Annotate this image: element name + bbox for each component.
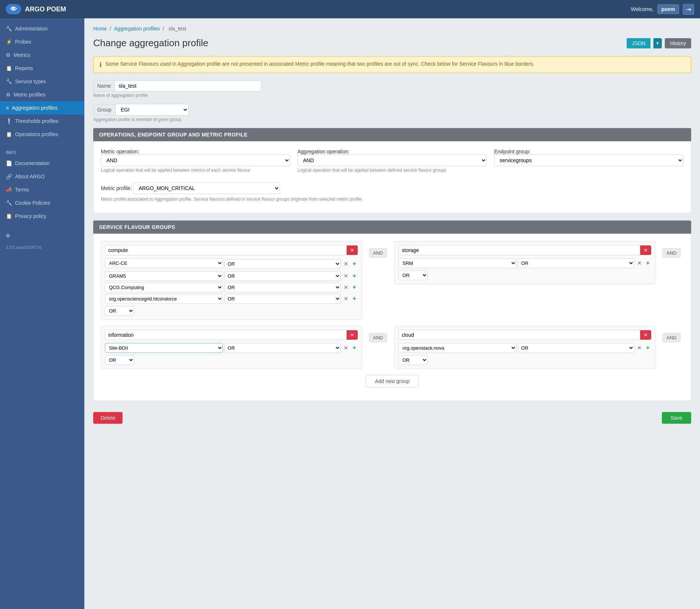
sidebar-item-documentation[interactable]: 📄 Documentation — [0, 157, 84, 170]
metric-profile-row: Metric profile: ARGO_MON_CRITICAL Metric… — [101, 180, 683, 203]
sidebar-item-administration[interactable]: 🔧 Administration — [0, 22, 84, 35]
sfg-storage-bottom-op[interactable]: ORAND — [398, 270, 428, 280]
metric-op-label: Metric operation: — [101, 149, 139, 154]
sfg-compute-service-4[interactable]: org.opensciencegrid.htcondorce — [105, 294, 223, 304]
sidebar-item-metrics[interactable]: ⚙ Metrics — [0, 48, 84, 62]
sfg-cloud-op-1[interactable]: ORAND — [518, 343, 635, 353]
add-group-button[interactable]: Add new group — [366, 375, 419, 387]
sfg-compute-add-4[interactable]: + — [351, 295, 357, 303]
username-button[interactable]: poem — [657, 4, 679, 14]
layout: 🔧 Administration ⚡ Probes ⚙ Metrics 📋 Re… — [0, 18, 700, 609]
sfg-compute-op-2[interactable]: ORAND — [225, 271, 341, 281]
logout-button[interactable]: ⇥ — [683, 4, 694, 15]
aggregation-op-col: Aggregation operation: AND OR Logical op… — [298, 149, 487, 173]
history-button[interactable]: History — [665, 38, 691, 48]
sfg-compute-remove-1[interactable]: ✕ — [342, 260, 350, 267]
sidebar-item-privacy-policy[interactable]: 📋 Privacy policy — [0, 209, 84, 223]
sfg-group-storage: ✕ SRM ORAND ✕ + ORAND — [394, 241, 655, 284]
sfg-compute-service-1[interactable]: ARC-CE — [105, 258, 223, 268]
logo-icon: 👁 — [6, 4, 21, 14]
sidebar-item-aggregation-profiles[interactable]: ≡ Aggregation profiles — [0, 101, 84, 114]
and-badge-3: AND — [369, 333, 387, 342]
save-button[interactable]: Save — [662, 412, 691, 424]
sfg-information-op-1[interactable]: ORAND — [225, 343, 341, 353]
sfg-compute-name-input[interactable] — [105, 245, 347, 255]
sfg-compute-add-2[interactable]: + — [351, 272, 357, 280]
sfg-information-add-1[interactable]: + — [351, 344, 357, 352]
sfg-cloud-remove-1[interactable]: ✕ — [636, 344, 643, 351]
aggregation-op-select[interactable]: AND OR — [298, 154, 487, 166]
sfg-cloud-bottom-op[interactable]: ORAND — [398, 355, 428, 365]
sidebar-item-about-argo[interactable]: 🔗 About ARGO — [0, 170, 84, 183]
metric-profile-select[interactable]: ARGO_MON_CRITICAL — [133, 182, 280, 194]
sfg-compute-add-1[interactable]: + — [351, 260, 357, 268]
sfg-compute-service-3[interactable]: QCG.Computing — [105, 282, 223, 292]
aggregation-profiles-icon: ≡ — [6, 105, 9, 111]
operations-icon: 📋 — [6, 131, 12, 137]
sfg-cloud-add-1[interactable]: + — [645, 344, 651, 352]
metric-op-select[interactable]: AND OR — [101, 154, 290, 166]
sfg-storage-remove-1[interactable]: ✕ — [636, 259, 643, 267]
sfg-compute-remove-2[interactable]: ✕ — [342, 272, 350, 280]
sfg-information-service-1[interactable]: Site-BDII — [105, 343, 223, 353]
sidebar-item-thresholds-profiles[interactable]: ❕ Thresholds profiles — [0, 114, 84, 128]
sfg-storage-name-input[interactable] — [398, 245, 640, 255]
json-dropdown-button[interactable]: ▾ — [653, 38, 662, 48]
sidebar-item-reports[interactable]: 📋 Reports — [0, 62, 84, 75]
privacy-icon: 📋 — [6, 213, 12, 219]
sfg-information-name-input[interactable] — [105, 330, 347, 340]
sfg-compute-remove-4[interactable]: ✕ — [342, 295, 350, 302]
sfg-compute-op-3[interactable]: ORAND — [225, 282, 341, 292]
sfg-cloud-name-input[interactable] — [398, 330, 640, 340]
name-input[interactable] — [114, 80, 261, 91]
breadcrumb-home[interactable]: Home — [93, 26, 107, 32]
sfg-cloud-delete-btn[interactable]: ✕ — [640, 330, 651, 340]
sfg-storage-service-1[interactable]: SRM — [398, 258, 517, 268]
sfg-compute-service-2[interactable]: GRAM5 — [105, 271, 223, 281]
sfg-compute-op-1[interactable]: ORAND — [225, 259, 341, 269]
endpoint-group-label: Endpoint group: — [494, 149, 531, 154]
sfg-compute-bottom-op[interactable]: ORAND — [105, 306, 134, 316]
sidebar-item-probes[interactable]: ⚡ Probes — [0, 35, 84, 48]
sidebar-label-thresholds-profiles: Thresholds profiles — [15, 118, 58, 124]
sidebar-label-probes: Probes — [15, 39, 31, 45]
sfg-compute-op-4[interactable]: ORAND — [225, 294, 341, 304]
terms-icon: 📣 — [6, 187, 12, 193]
sfg-storage-delete-btn[interactable]: ✕ — [640, 245, 651, 255]
sfg-storage-add-1[interactable]: + — [645, 259, 651, 267]
sfg-cloud-service-1[interactable]: org.openstack.nova — [398, 343, 517, 353]
endpoint-group-select[interactable]: servicegroups sites — [494, 154, 683, 166]
group-hint: Aggregation profile is member of given g… — [93, 117, 691, 122]
sidebar-item-cookie-policies[interactable]: 🔧 Cookie Policies — [0, 196, 84, 209]
sfg-storage-op-1[interactable]: ORAND — [518, 258, 635, 268]
sfg-information-remove-1[interactable]: ✕ — [342, 344, 350, 351]
delete-button[interactable]: Delete — [93, 412, 123, 424]
json-button[interactable]: JSON — [627, 38, 650, 48]
reports-icon: 📋 — [6, 65, 12, 71]
page-header: Change aggregation profile JSON ▾ Histor… — [93, 37, 691, 49]
sfg-section-header: SERVICE FLAVOUR GROUPS — [93, 220, 691, 234]
sfg-compute-add-3[interactable]: + — [351, 283, 357, 291]
sfg-information-bottom-op[interactable]: ORAND — [105, 355, 134, 365]
footer-actions: Delete Save — [93, 408, 691, 424]
sidebar-item-service-types[interactable]: 🔧 Service types — [0, 75, 84, 88]
sfg-information-delete-btn[interactable]: ✕ — [347, 330, 358, 340]
alert-message: Some Service Flavours used in Aggregatio… — [105, 61, 535, 67]
sfg-compute-delete-btn[interactable]: ✕ — [347, 245, 358, 255]
sidebar-item-metric-profiles[interactable]: ⚙ Metric profiles — [0, 88, 84, 101]
sfg-section-body: ✕ ARC-CE ORAND ✕ + GRAM5 — [93, 234, 691, 401]
breadcrumb-aggregation-profiles[interactable]: Aggregation profiles — [114, 26, 160, 32]
sidebar-item-terms[interactable]: 📣 Terms — [0, 183, 84, 196]
sidebar-label-about-argo: About ARGO — [15, 174, 45, 179]
cookie-icon: 🔧 — [6, 200, 12, 206]
group-select[interactable]: EGI ARGO EOSCUB — [115, 104, 189, 116]
sidebar-label-cookie-policies: Cookie Policies — [15, 200, 50, 206]
sidebar-version: 2.3.0.post20190710 — [0, 242, 84, 252]
name-label: Name — [93, 80, 114, 91]
metric-op-col: Metric operation: AND OR Logical operati… — [101, 149, 290, 173]
sfg-compute-remove-3[interactable]: ✕ — [342, 284, 350, 291]
sidebar-divider — [0, 144, 84, 144]
sfg-cloud-row-1: org.openstack.nova ORAND ✕ + — [398, 343, 651, 353]
sidebar-label-service-types: Service types — [15, 79, 46, 84]
sidebar-item-operations-profiles[interactable]: 📋 Operations profiles — [0, 128, 84, 141]
